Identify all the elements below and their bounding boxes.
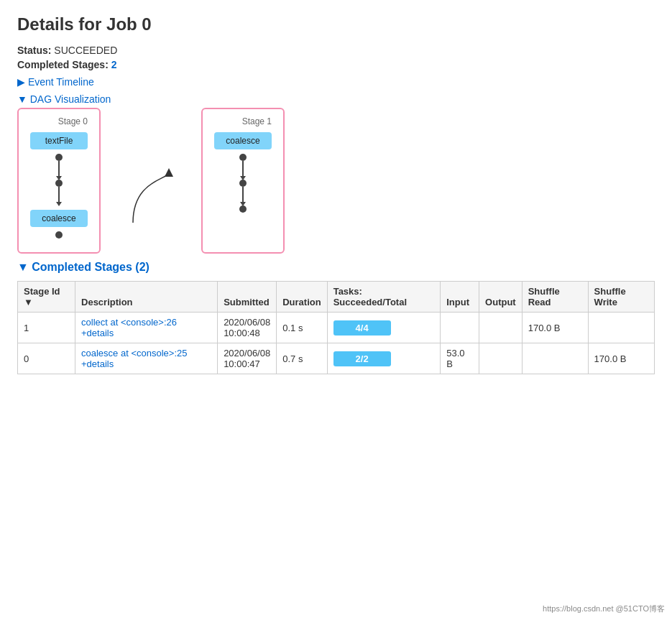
- stage-0-label: Stage 0: [30, 116, 88, 126]
- status-value: SUCCEEDED: [54, 45, 117, 56]
- cell-tasks: 4/4: [327, 313, 441, 343]
- tasks-progress-bar: 4/4: [333, 320, 391, 336]
- completed-stages-value: 2: [111, 59, 117, 70]
- col-duration: Duration: [277, 282, 327, 313]
- cell-stage-id: 0: [18, 343, 75, 374]
- description-link[interactable]: coalesce at <console>:25 +details: [81, 348, 187, 369]
- stage-1-flow: coalesce: [214, 132, 272, 213]
- dag-dot: [55, 180, 63, 187]
- dag-visualization: Stage 0 textFile coalesce: [17, 108, 655, 254]
- cell-input: [441, 313, 479, 343]
- page-title: Details for Job 0: [17, 14, 655, 34]
- cell-shuffle-write: [588, 313, 654, 343]
- dag-visualization-link[interactable]: ▼ DAG Visualization: [17, 93, 655, 105]
- tasks-progress-bar: 2/2: [333, 351, 391, 366]
- table-row: 1collect at <console>:26 +details2020/06…: [18, 313, 655, 343]
- cell-output: [479, 313, 523, 343]
- dag-connector: [129, 165, 172, 254]
- cell-duration: 0.7 s: [277, 343, 327, 374]
- dag-dot: [239, 205, 247, 213]
- col-shuffle-write: Shuffle Write: [588, 282, 654, 313]
- stage-0-node-textfile: textFile: [30, 132, 88, 149]
- table-row: 0coalesce at <console>:25 +details2020/0…: [18, 343, 655, 374]
- cell-description: coalesce at <console>:25 +details: [75, 343, 218, 374]
- cell-shuffle-read: [522, 343, 588, 374]
- stage-0-flow: textFile coalesce: [30, 132, 88, 239]
- stage-0-node-coalesce: coalesce: [30, 210, 88, 227]
- cell-submitted: 2020/06/0810:00:47: [218, 343, 277, 374]
- dag-stage-0: Stage 0 textFile coalesce: [17, 108, 101, 254]
- col-submitted: Submitted: [218, 282, 277, 313]
- col-stage-id: Stage Id ▼: [18, 282, 75, 313]
- cell-shuffle-read: 170.0 B: [522, 313, 588, 343]
- dag-dot: [55, 154, 63, 161]
- cell-stage-id: 1: [18, 313, 75, 343]
- status-label: Status:: [17, 45, 51, 56]
- col-shuffle-read: Shuffle Read: [522, 282, 588, 313]
- cell-tasks: 2/2: [327, 343, 441, 374]
- cell-input: 53.0 B: [441, 343, 479, 374]
- cell-duration: 0.1 s: [277, 313, 327, 343]
- dag-dot: [239, 180, 247, 187]
- stage-1-label: Stage 1: [214, 116, 272, 126]
- col-output: Output: [479, 282, 523, 313]
- completed-stages-line: Completed Stages: 2: [17, 59, 655, 70]
- dag-stage-1: Stage 1 coalesce: [201, 108, 285, 254]
- status-line: Status: SUCCEEDED: [17, 45, 655, 56]
- col-tasks: Tasks: Succeeded/Total: [327, 282, 441, 313]
- completed-stages-label: Completed Stages:: [17, 59, 109, 70]
- dag-dot: [55, 231, 63, 239]
- cell-output: [479, 343, 523, 374]
- cell-shuffle-write: 170.0 B: [588, 343, 654, 374]
- event-timeline-link[interactable]: ▶ Event Timeline: [17, 76, 655, 88]
- col-input: Input: [441, 282, 479, 313]
- completed-stages-header: ▼ Completed Stages (2): [17, 261, 655, 274]
- table-header-row: Stage Id ▼ Description Submitted Duratio…: [18, 282, 655, 313]
- stages-table: Stage Id ▼ Description Submitted Duratio…: [17, 281, 655, 374]
- cell-submitted: 2020/06/0810:00:48: [218, 313, 277, 343]
- description-link[interactable]: collect at <console>:26 +details: [81, 317, 177, 338]
- col-description: Description: [75, 282, 218, 313]
- cell-description: collect at <console>:26 +details: [75, 313, 218, 343]
- dag-dot: [239, 154, 247, 161]
- stage-1-node-coalesce: coalesce: [214, 132, 272, 149]
